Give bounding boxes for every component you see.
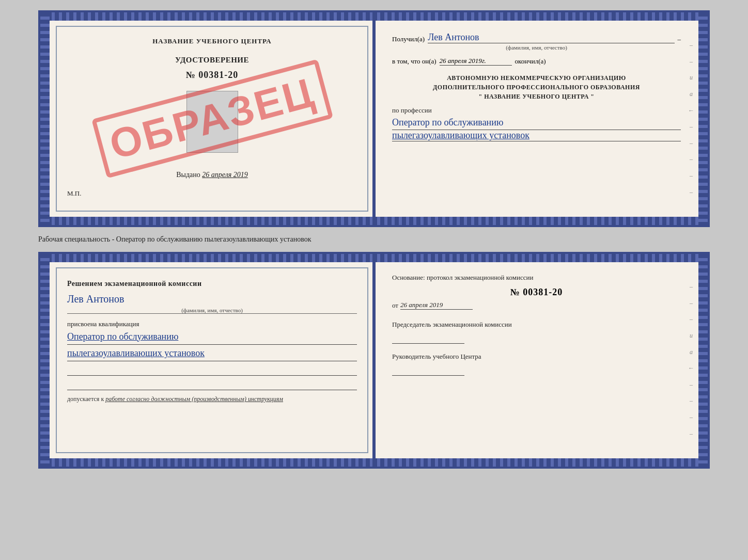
left-arrow: ← bbox=[688, 107, 694, 115]
dash3: – bbox=[690, 123, 693, 131]
d-dash1: – bbox=[690, 283, 693, 291]
diploma-number: № 00381-20 bbox=[392, 287, 681, 298]
document-wrapper: НАЗВАНИЕ УЧЕБНОГО ЦЕНТРА УДОСТОВЕРЕНИЕ №… bbox=[38, 10, 710, 469]
profession-line2: пылегазоулавливающих установок bbox=[392, 130, 681, 141]
fio-sublabel: (фамилия, имя, отчество) bbox=[392, 44, 681, 51]
certificate-right: Получил(а) Лев Антонов – (фамилия, имя, … bbox=[374, 22, 696, 216]
book-spine bbox=[372, 12, 376, 225]
cert-photo-placeholder bbox=[186, 91, 238, 153]
d-а: а bbox=[690, 348, 693, 356]
diploma-line1 bbox=[67, 365, 357, 376]
diploma-border-left bbox=[40, 254, 50, 467]
cert-vydano-date: 26 апреля 2019 bbox=[202, 171, 247, 179]
rukovoditel-label: Руководитель учебного Центра bbox=[392, 352, 681, 361]
diploma-right: Основание: протокол экзаменационной коми… bbox=[374, 263, 696, 457]
org-line1: АВТОНОМНУЮ НЕКОММЕРЧЕСКУЮ ОРГАНИЗАЦИЮ bbox=[392, 73, 681, 83]
predsedatel-section: Председатель экзаменационной комиссии bbox=[392, 320, 681, 344]
vtom-label: в том, что он(а) bbox=[392, 57, 437, 66]
ot-row: от 26 апреля 2019 bbox=[392, 301, 681, 310]
predsedatel-sig-line bbox=[392, 331, 464, 344]
book-border-right bbox=[698, 12, 708, 225]
cert-vydano-label: Выдано bbox=[176, 171, 200, 179]
diploma-book: Решением экзаменационной комиссии Лев Ан… bbox=[38, 252, 710, 469]
d-dash2: – bbox=[690, 299, 693, 307]
diploma-fio: Лев Антонов bbox=[67, 293, 357, 305]
cert-vydano: Выдано 26 апреля 2019 bbox=[176, 171, 248, 179]
profession-line1: Оператор по обслуживанию bbox=[392, 117, 681, 130]
middle-label: Рабочая специальность - Оператор по обсл… bbox=[38, 233, 710, 246]
и: и bbox=[690, 74, 693, 82]
diploma-profession-line2: пылегазоулавливающих установок bbox=[67, 347, 357, 361]
d-dash3: – bbox=[690, 315, 693, 323]
ot-date: 26 апреля 2019 bbox=[400, 301, 473, 310]
po-professii-label: по профессии bbox=[392, 106, 681, 115]
rukovoditel-sig-line bbox=[392, 363, 464, 376]
diploma-spine bbox=[372, 254, 376, 467]
dash1: – bbox=[690, 41, 693, 49]
cert-org-name: АВТОНОМНУЮ НЕКОММЕРЧЕСКУЮ ОРГАНИЗАЦИЮ ДО… bbox=[392, 73, 681, 101]
vtom-date: 26 апреля 2019г. bbox=[440, 57, 512, 66]
d-dash6: – bbox=[690, 413, 693, 421]
dash4: – bbox=[690, 139, 693, 147]
d-arrow: ← bbox=[688, 364, 694, 372]
cert-udostoverenie-label: УДОСТОВЕРЕНИЕ bbox=[175, 56, 249, 65]
org-line2: ДОПОЛНИТЕЛЬНОГО ПРОФЕССИОНАЛЬНОГО ОБРАЗО… bbox=[392, 83, 681, 92]
dash5: – bbox=[690, 155, 693, 163]
book-border-left bbox=[40, 12, 50, 225]
cert-school-name: НАЗВАНИЕ УЧЕБНОГО ЦЕНТРА bbox=[67, 37, 357, 45]
rukovoditel-section: Руководитель учебного Центра bbox=[392, 352, 681, 376]
diploma-border-right bbox=[698, 254, 708, 467]
poluchil-value: Лев Антонов bbox=[428, 32, 674, 43]
dash2: – bbox=[690, 58, 693, 66]
poluchil-dash: – bbox=[678, 35, 681, 43]
osnovanie-label: Основание: протокол экзаменационной коми… bbox=[392, 274, 533, 281]
prisvoena-label: присвоена квалификация bbox=[67, 320, 357, 328]
certificate-book: НАЗВАНИЕ УЧЕБНОГО ЦЕНТРА УДОСТОВЕРЕНИЕ №… bbox=[38, 10, 710, 227]
ot-label: от bbox=[392, 301, 398, 310]
diploma-right-dashes: – – – и а ← – – – – bbox=[688, 279, 694, 442]
poluchil-label: Получил(а) bbox=[392, 35, 425, 43]
okончил-label: окончил(а) bbox=[515, 57, 546, 66]
diploma-fio-sublabel: (фамилия, имя, отчество) bbox=[67, 307, 357, 314]
cert-mp: М.П. bbox=[67, 189, 357, 198]
dash7: – bbox=[690, 188, 693, 196]
а: а bbox=[690, 90, 693, 98]
org-line3: " НАЗВАНИЕ УЧЕБНОГО ЦЕНТРА " bbox=[392, 92, 681, 101]
dopuskaetsya-row: допускается к работе согласно должностны… bbox=[67, 395, 357, 403]
right-dashes: – – и а ← – – – – – bbox=[688, 37, 694, 200]
osnovanie-row: Основание: протокол экзаменационной коми… bbox=[392, 274, 681, 282]
resheniem-label: Решением экзаменационной комиссии bbox=[67, 279, 357, 289]
certificate-left: НАЗВАНИЕ УЧЕБНОГО ЦЕНТРА УДОСТОВЕРЕНИЕ №… bbox=[52, 22, 374, 216]
vtom-row: в том, что он(а) 26 апреля 2019г. окончи… bbox=[392, 57, 681, 66]
d-dash5: – bbox=[690, 397, 693, 405]
poluchil-row: Получил(а) Лев Антонов – bbox=[392, 32, 681, 43]
diploma-left: Решением экзаменационной комиссии Лев Ан… bbox=[52, 263, 374, 457]
diploma-profession-line1: Оператор по обслуживанию bbox=[67, 330, 357, 345]
diploma-line2 bbox=[67, 380, 357, 390]
predsedatel-label: Председатель экзаменационной комиссии bbox=[392, 320, 681, 329]
cert-left-body: УДОСТОВЕРЕНИЕ № 00381-20 Выдано 26 апрел… bbox=[67, 56, 357, 179]
dopuskaetsya-value: работе согласно должностным (производств… bbox=[105, 395, 283, 403]
dopuskaetsya-label: допускается к bbox=[67, 395, 104, 403]
dash6: – bbox=[690, 172, 693, 180]
cert-number: № 00381-20 bbox=[186, 70, 239, 81]
d-dash4: – bbox=[690, 381, 693, 389]
d-dash7: – bbox=[690, 430, 693, 438]
d-и: и bbox=[690, 332, 693, 340]
